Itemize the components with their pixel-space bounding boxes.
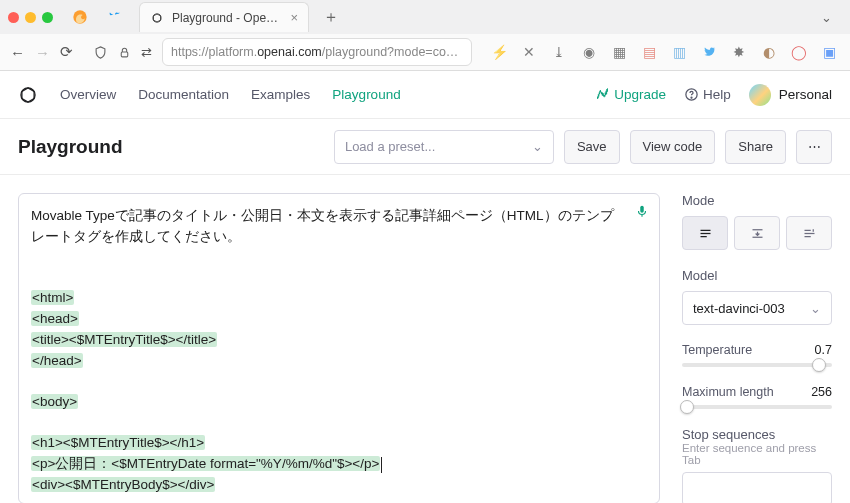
- maxlen-label: Maximum length: [682, 385, 774, 399]
- firefox-icon[interactable]: [71, 8, 89, 26]
- tab-title: Playground - OpenAI API: [172, 11, 282, 25]
- stop-hint: Enter sequence and press Tab: [682, 442, 832, 466]
- temperature-value: 0.7: [815, 343, 832, 357]
- mode-edit-button[interactable]: [786, 216, 832, 250]
- ext-red-icon[interactable]: ◯: [790, 43, 808, 61]
- permissions-icon[interactable]: ⇄: [141, 42, 152, 62]
- browser-tab-active[interactable]: Playground - OpenAI API ×: [139, 2, 309, 32]
- temperature-label: Temperature: [682, 343, 752, 357]
- tab-strip: Playground - OpenAI API × ＋ ⌄: [0, 0, 850, 34]
- url-input[interactable]: https://platform.openai.com/playground?m…: [162, 38, 472, 66]
- ext-blue-icon[interactable]: ▣: [820, 43, 838, 61]
- microphone-icon[interactable]: [635, 204, 649, 218]
- mode-edit-icon: [802, 226, 817, 241]
- share-button[interactable]: Share: [725, 130, 786, 164]
- help-link[interactable]: Help: [684, 87, 731, 102]
- settings-sidebar: Mode Model text-davinci-003 ⌄: [678, 175, 850, 503]
- mode-select: [682, 216, 832, 250]
- slider-thumb[interactable]: [812, 358, 826, 372]
- nav-overview[interactable]: Overview: [60, 87, 116, 102]
- mode-complete-icon: [698, 226, 713, 241]
- ext-gift-icon[interactable]: ▤: [640, 43, 658, 61]
- text-caret: [381, 457, 382, 473]
- browser-chrome: Playground - OpenAI API × ＋ ⌄ ← → ⟳ ⇄ ht…: [0, 0, 850, 71]
- settings-icon[interactable]: ✕: [520, 43, 538, 61]
- reload-button[interactable]: ⟳: [60, 42, 73, 62]
- completion-line: </head>: [31, 353, 83, 368]
- ext-circle-icon[interactable]: ◉: [580, 43, 598, 61]
- model-select[interactable]: text-davinci-003 ⌄: [682, 291, 832, 325]
- ext-cal-icon[interactable]: ▥: [670, 43, 688, 61]
- window-controls: [8, 12, 53, 23]
- help-icon: [684, 87, 699, 102]
- close-tab-icon[interactable]: ×: [290, 10, 298, 25]
- openai-logo[interactable]: [18, 85, 38, 105]
- chevron-down-icon: ⌄: [810, 301, 821, 316]
- app-header: Overview Documentation Examples Playgrou…: [0, 71, 850, 119]
- nav-examples[interactable]: Examples: [251, 87, 310, 102]
- ext-gear-icon[interactable]: ✸: [730, 43, 748, 61]
- ext-monkey-icon[interactable]: ◐: [760, 43, 778, 61]
- page-toolbar: Playground Load a preset... ⌄ Save View …: [0, 119, 850, 175]
- openai-icon: [150, 11, 164, 25]
- ext-square-icon[interactable]: ▦: [610, 43, 628, 61]
- lock-icon[interactable]: [118, 42, 131, 62]
- user-menu[interactable]: Personal: [749, 84, 832, 106]
- download-icon[interactable]: ⤓: [550, 43, 568, 61]
- svg-rect-2: [121, 51, 128, 56]
- back-button[interactable]: ←: [10, 42, 25, 62]
- upgrade-link[interactable]: 🗲 Upgrade: [596, 87, 666, 102]
- toolbar-extensions: ⚡ ✕ ⤓ ◉ ▦ ▤ ▥ ✸ ◐ ◯ ▣ ⊞ ≡: [490, 43, 850, 61]
- mode-insert-button[interactable]: [734, 216, 780, 250]
- mode-label: Mode: [682, 193, 832, 208]
- model-value: text-davinci-003: [693, 301, 785, 316]
- bolt-icon[interactable]: ⚡: [490, 43, 508, 61]
- maxlen-value: 256: [811, 385, 832, 399]
- prompt-editor[interactable]: Movable Typeで記事のタイトル・公開日・本文を表示する記事詳細ページ（…: [18, 193, 660, 503]
- save-button[interactable]: Save: [564, 130, 620, 164]
- model-label: Model: [682, 268, 832, 283]
- view-code-button[interactable]: View code: [630, 130, 716, 164]
- completion-line: <html>: [31, 290, 74, 305]
- maxlen-slider[interactable]: [682, 405, 832, 409]
- preset-select[interactable]: Load a preset... ⌄: [334, 130, 554, 164]
- tabs-overflow-icon[interactable]: ⌄: [821, 10, 832, 25]
- stop-label: Stop sequences: [682, 427, 832, 442]
- bolt-icon: 🗲: [596, 87, 610, 102]
- chevron-down-icon: ⌄: [532, 139, 543, 154]
- nav-playground[interactable]: Playground: [332, 87, 400, 102]
- nav-documentation[interactable]: Documentation: [138, 87, 229, 102]
- mode-complete-button[interactable]: [682, 216, 728, 250]
- page-title: Playground: [18, 136, 123, 158]
- url-text: https://platform.openai.com/playground?m…: [171, 45, 463, 59]
- main-area: Movable Typeで記事のタイトル・公開日・本文を表示する記事詳細ページ（…: [0, 175, 850, 503]
- completion-line: <head>: [31, 311, 79, 326]
- svg-rect-6: [640, 206, 644, 213]
- completion-line: <div><$MTEntryBody$></div>: [31, 477, 215, 492]
- prompt-text: Movable Typeで記事のタイトル・公開日・本文を表示する記事詳細ページ（…: [31, 206, 621, 248]
- completion-line: <h1><$MTEntryTitle$></h1>: [31, 435, 205, 450]
- twitter-ext-icon[interactable]: [700, 43, 718, 61]
- maximize-window-button[interactable]: [42, 12, 53, 23]
- completion-line: <p>公開日：<$MTEntryDate format="%Y/%m/%d"$>…: [31, 456, 380, 471]
- more-button[interactable]: ⋯: [796, 130, 832, 164]
- twitter-icon: [107, 10, 121, 24]
- stop-sequences-input[interactable]: [682, 472, 832, 503]
- new-tab-button[interactable]: ＋: [317, 7, 345, 28]
- svg-point-3: [21, 87, 35, 101]
- close-window-button[interactable]: [8, 12, 19, 23]
- ellipsis-icon: ⋯: [808, 139, 821, 154]
- svg-point-5: [691, 97, 692, 98]
- forward-button[interactable]: →: [35, 42, 50, 62]
- mode-insert-icon: [750, 226, 765, 241]
- preset-placeholder: Load a preset...: [345, 139, 435, 154]
- address-bar: ← → ⟳ ⇄ https://platform.openai.com/play…: [0, 34, 850, 70]
- browser-tab[interactable]: [97, 2, 131, 32]
- temperature-slider[interactable]: [682, 363, 832, 367]
- minimize-window-button[interactable]: [25, 12, 36, 23]
- avatar: [749, 84, 771, 106]
- editor-pane: Movable Typeで記事のタイトル・公開日・本文を表示する記事詳細ページ（…: [0, 175, 678, 503]
- shield-icon[interactable]: [93, 42, 108, 62]
- completion-line: <title><$MTEntryTitle$></title>: [31, 332, 217, 347]
- slider-thumb[interactable]: [680, 400, 694, 414]
